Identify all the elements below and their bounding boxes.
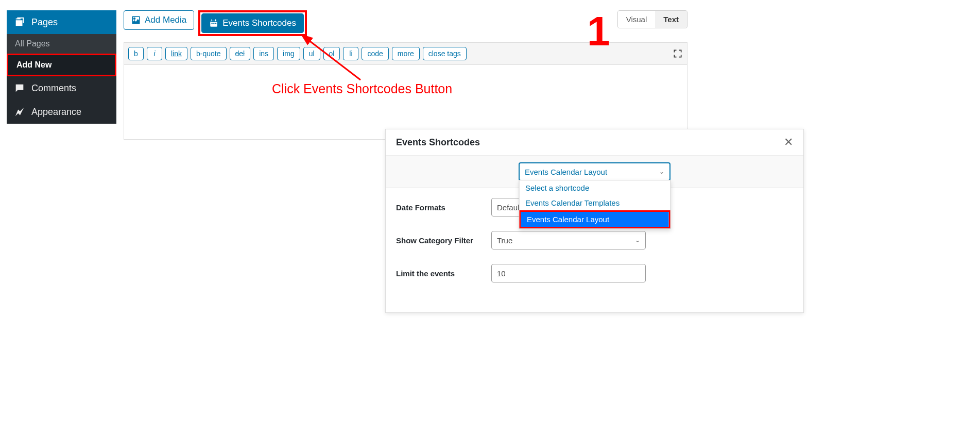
svg-rect-7 bbox=[215, 23, 216, 24]
add-media-label: Add Media bbox=[145, 15, 186, 25]
sidebar-item-appearance[interactable]: Appearance bbox=[7, 100, 116, 124]
shortcode-dropdown: Select a shortcode Events Calendar Templ… bbox=[519, 180, 670, 229]
svg-rect-4 bbox=[215, 20, 216, 22]
tool-italic[interactable]: i bbox=[147, 47, 162, 60]
tool-bold[interactable]: b bbox=[128, 47, 144, 60]
label-date-formats: Date Formats bbox=[396, 203, 491, 212]
modal-title: Events Shortcodes bbox=[396, 137, 480, 148]
svg-point-0 bbox=[133, 18, 136, 20]
label-show-category: Show Category Filter bbox=[396, 236, 491, 245]
tool-del[interactable]: del bbox=[230, 47, 251, 60]
tool-img[interactable]: img bbox=[277, 47, 300, 60]
tab-visual[interactable]: Visual bbox=[618, 11, 656, 28]
highlight-dropdown-layout: Events Calendar Layout bbox=[519, 210, 670, 228]
editor-tabs: Visual Text bbox=[617, 10, 687, 28]
dropdown-option-layout[interactable]: Events Calendar Layout bbox=[521, 212, 668, 227]
media-icon bbox=[131, 15, 141, 25]
svg-rect-2 bbox=[211, 21, 218, 22]
modal-close-button[interactable]: ✕ bbox=[784, 136, 793, 149]
tool-bquote[interactable]: b-quote bbox=[191, 47, 226, 60]
sidebar-sub-all-pages[interactable]: All Pages bbox=[7, 34, 116, 54]
sidebar-sub-add-new[interactable]: Add New bbox=[7, 54, 116, 76]
sidebar-label-pages: Pages bbox=[31, 17, 58, 28]
sidebar-item-pages[interactable]: Pages bbox=[7, 10, 116, 34]
tool-close-tags[interactable]: close tags bbox=[423, 47, 467, 60]
shortcode-select-value: Events Calendar Layout bbox=[525, 168, 607, 176]
dropdown-option-select[interactable]: Select a shortcode bbox=[519, 180, 670, 195]
tool-ins[interactable]: ins bbox=[253, 47, 274, 60]
events-shortcodes-label: Events Shortcodes bbox=[222, 18, 296, 28]
shortcode-select[interactable]: Events Calendar Layout ⌄ bbox=[519, 162, 670, 181]
events-shortcodes-button[interactable]: Events Shortcodes bbox=[201, 13, 304, 33]
svg-rect-6 bbox=[214, 23, 215, 24]
row-show-category: Show Category Filter True ⌄ bbox=[396, 231, 793, 249]
fullscreen-icon[interactable] bbox=[673, 48, 683, 59]
tab-text[interactable]: Text bbox=[655, 11, 687, 28]
events-shortcodes-modal: Events Shortcodes ✕ Events Calendar Layo… bbox=[385, 129, 804, 313]
select-show-category[interactable]: True ⌄ bbox=[491, 231, 646, 249]
pages-icon bbox=[14, 16, 25, 28]
label-limit-events: Limit the events bbox=[396, 269, 491, 278]
comments-icon bbox=[14, 82, 25, 94]
svg-line-8 bbox=[308, 40, 360, 80]
tool-link[interactable]: link bbox=[165, 47, 187, 60]
sidebar-label-comments: Comments bbox=[31, 83, 76, 94]
annotation-arrow-1 bbox=[299, 34, 366, 85]
tool-code[interactable]: code bbox=[362, 47, 388, 60]
appearance-icon bbox=[14, 106, 25, 118]
svg-rect-3 bbox=[212, 20, 213, 22]
sidebar-item-comments[interactable]: Comments bbox=[7, 76, 116, 100]
modal-header: Events Shortcodes ✕ bbox=[386, 129, 803, 156]
select-show-category-value: True bbox=[497, 236, 512, 245]
chevron-down-icon: ⌄ bbox=[635, 237, 640, 244]
chevron-down-icon: ⌄ bbox=[659, 168, 664, 175]
sidebar-label-appearance: Appearance bbox=[31, 107, 81, 118]
svg-rect-5 bbox=[212, 23, 213, 24]
calendar-icon bbox=[209, 19, 218, 28]
admin-sidebar: Pages All Pages Add New Comments Appeara… bbox=[7, 10, 116, 124]
modal-shortcode-select-row: Events Calendar Layout ⌄ Select a shortc… bbox=[386, 156, 803, 188]
add-media-button[interactable]: Add Media bbox=[124, 10, 194, 30]
tool-more[interactable]: more bbox=[392, 47, 420, 60]
highlight-events-shortcodes: Events Shortcodes bbox=[198, 10, 307, 36]
input-limit-events[interactable] bbox=[491, 264, 646, 282]
annotation-num-1: 1 bbox=[587, 8, 610, 55]
row-limit-events: Limit the events bbox=[396, 264, 793, 282]
dropdown-option-templates[interactable]: Events Calendar Templates bbox=[519, 195, 670, 210]
